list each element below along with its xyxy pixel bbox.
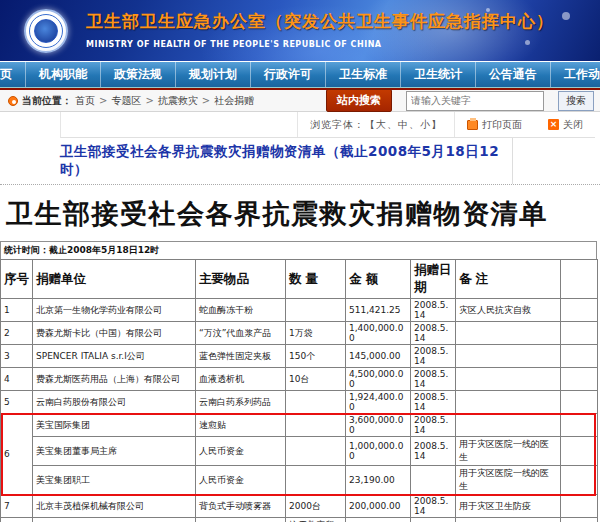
document-heading: 卫生部接受社会各界抗震救灾捐赠物资清单 (0, 185, 600, 241)
search-button[interactable]: 搜索 (558, 91, 594, 111)
cell-note: 用于灾区卫生防疫 (456, 495, 561, 518)
cell-extra (561, 299, 598, 322)
cell-org: 中国人寿保险股份有限公司 (33, 518, 196, 522)
cell-org: 美宝集团职工 (33, 466, 196, 495)
cell-note (456, 322, 561, 345)
cell-extra (561, 322, 598, 345)
site-banner: 卫生部卫生应急办公室（突发公共卫生事件应急指挥中心） MINISTRY OF H… (0, 0, 600, 62)
cell-org: 美宝集团董事局主席 (33, 437, 196, 466)
print-icon (467, 120, 478, 130)
nav-item-6[interactable]: 卫生统计 (401, 62, 476, 87)
table-row: 美宝集团职工人民币资金23,190.00用于灾区医院一线的医生 (1, 466, 598, 495)
table-row: 1北京第一生物化学药业有限公司蛇血酶冻干粉511,421.252008.5.14… (1, 299, 598, 322)
cell-item: 背负式手动喷雾器 (196, 495, 286, 518)
cell-amount: 1,000,000.00 (346, 437, 411, 466)
close-link[interactable]: 关闭 (563, 118, 583, 132)
cell-amount: 145,000.00 (346, 345, 411, 368)
article-title-link[interactable]: 卫生部接受社会各界抗震救灾捐赠物资清单（截止2008年5月18日12时） (60, 143, 512, 179)
cell-date: 2008.5.14 (411, 518, 456, 522)
breadcrumb-link-1[interactable]: 专题区 (111, 95, 141, 106)
cell-note: 灾区人民抗灾自救 (456, 299, 561, 322)
nav-item-0[interactable]: 首页 (0, 62, 26, 87)
table-header-row: 序号捐赠单位主要物品数 量金 额捐赠日期备 注 (1, 260, 598, 299)
cell-extra (561, 495, 598, 518)
col-header-7 (561, 260, 598, 299)
cell-date: 2008.5.14 (411, 322, 456, 345)
cell-amount: 23,190.00 (346, 466, 411, 495)
nav-item-4[interactable]: 行政许可 (251, 62, 326, 87)
article-title-box: 卫生部接受社会各界抗震救灾捐赠物资清单（截止2008年5月18日12时） (60, 138, 513, 184)
cell-item: “万汶”代血浆产品 (196, 322, 286, 345)
cell-org: 费森尤斯卡比（中国）有限公司 (33, 322, 196, 345)
cell-extra (561, 466, 598, 495)
cell-qty: 抗震救灾所有医疗卫生人员 (286, 518, 346, 522)
cell-qty (286, 466, 346, 495)
cell-qty: 2000台 (286, 495, 346, 518)
cell-qty: 1万袋 (286, 322, 346, 345)
cell-note: 用于灾区医院一线的医生 (456, 437, 561, 466)
cell-org: 费森尤斯医药用品（上海）有限公司 (33, 368, 196, 391)
cell-qty (286, 299, 346, 322)
cell-note (456, 368, 561, 391)
cell-org: 美宝国际集团 (33, 414, 196, 437)
cell-item: 人民币资金 (196, 466, 286, 495)
font-size-controls[interactable]: 浏览字体：【大、中、小】 (310, 118, 442, 132)
breadcrumb-link-0[interactable]: 首页 (75, 95, 95, 106)
cell-no: 8 (1, 518, 33, 522)
cell-org: SPENCER ITALIA s.r.l公司 (33, 345, 196, 368)
col-header-6: 备 注 (456, 260, 561, 299)
col-header-3: 数 量 (286, 260, 346, 299)
moh-logo (24, 9, 68, 53)
donation-table-wrap: 序号捐赠单位主要物品数 量金 额捐赠日期备 注 1北京第一生物化学药业有限公司蛇… (0, 259, 600, 522)
cell-note: 用于灾区医院一线的医生 (456, 466, 561, 495)
page-toolbar: 浏览字体：【大、中、小】 打印页面 × 关闭 (60, 112, 595, 138)
cell-date: 2008.5.14 (411, 345, 456, 368)
cell-extra (561, 368, 598, 391)
cell-extra (561, 437, 598, 466)
cell-amount: 511,421.25 (346, 299, 411, 322)
nav-item-1[interactable]: 机构职能 (26, 62, 101, 87)
cell-org: 北京丰茂植保机械有限公司 (33, 495, 196, 518)
breadcrumb-separator: > (202, 95, 210, 106)
col-header-4: 金 额 (346, 260, 411, 299)
cell-note: 保险金额 (456, 518, 561, 522)
cell-date: 2008.5.14 (411, 368, 456, 391)
cell-item: 人民币资金 (196, 437, 286, 466)
cell-extra (561, 345, 598, 368)
cell-no: 5 (1, 391, 33, 414)
cell-item: 云南白药系列药品 (196, 391, 286, 414)
site-title-cn: 卫生部卫生应急办公室（突发公共卫生事件应急指挥中心） (86, 10, 554, 33)
breadcrumb-bar: 当前位置： 首页>专题区>抗震救灾>社会捐赠 站内搜索 搜索 (0, 88, 600, 112)
cell-amount: 3,600,000.00 (346, 414, 411, 437)
table-row: 4费森尤斯医药用品（上海）有限公司血液透析机10台4,500,000.00200… (1, 368, 598, 391)
donation-table: 序号捐赠单位主要物品数 量金 额捐赠日期备 注 1北京第一生物化学药业有限公司蛇… (0, 259, 598, 522)
nav-item-3[interactable]: 规划计划 (176, 62, 251, 87)
nav-item-7[interactable]: 公告通告 (476, 62, 551, 87)
table-row: 7北京丰茂植保机械有限公司背负式手动喷雾器2000台200,000.002008… (1, 495, 598, 518)
cell-extra (561, 518, 598, 522)
col-header-0: 序号 (1, 260, 33, 299)
cell-date: 2008.5.14 (411, 495, 456, 518)
breadcrumb-separator: > (145, 95, 153, 106)
close-icon: × (548, 119, 559, 130)
nav-item-5[interactable]: 卫生标准 (326, 62, 401, 87)
nav-item-2[interactable]: 政策法规 (101, 62, 176, 87)
cell-date: 2008.5.14 (411, 437, 456, 466)
breadcrumb-link-3[interactable]: 社会捐赠 (214, 95, 254, 106)
breadcrumb-link-2[interactable]: 抗震救灾 (158, 95, 198, 106)
print-page-link[interactable]: 打印页面 (482, 118, 522, 132)
col-header-5: 捐赠日期 (411, 260, 456, 299)
cell-qty (286, 414, 346, 437)
nav-item-8[interactable]: 工作动态 (551, 62, 600, 87)
cell-date (411, 466, 456, 495)
search-input[interactable] (406, 91, 544, 111)
banner-decoration (562, 12, 570, 20)
breadcrumb: 首页>专题区>抗震救灾>社会捐赠 (72, 94, 257, 108)
cell-no: 4 (1, 368, 33, 391)
cell-note (456, 414, 561, 437)
table-row: 5云南白药股份有限公司云南白药系列药品1,924,400.002008.5.14 (1, 391, 598, 414)
cell-item: 人身意外保险 (196, 518, 286, 522)
site-search-button[interactable]: 站内搜索 (326, 89, 392, 112)
cell-item: 蛇血酶冻干粉 (196, 299, 286, 322)
cell-qty (286, 391, 346, 414)
